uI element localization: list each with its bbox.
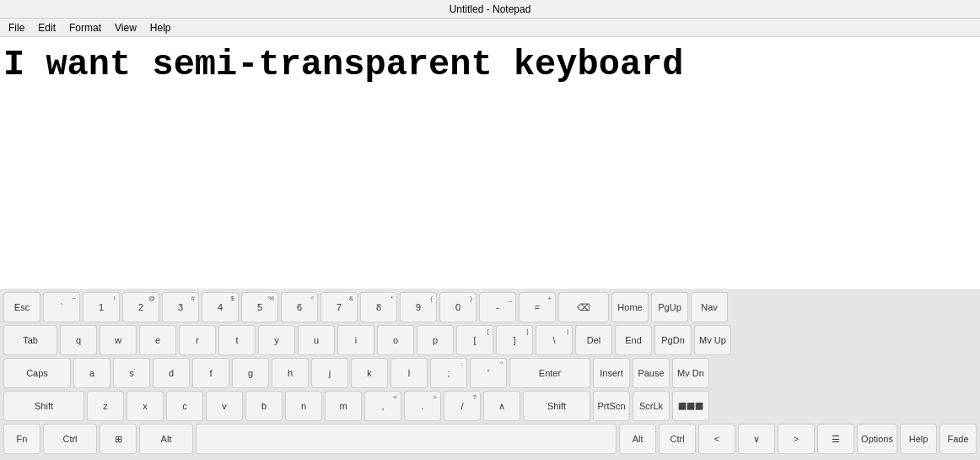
key-rbracket[interactable]: }]: [496, 325, 533, 355]
key-mv-dn[interactable]: Mv Dn: [672, 358, 709, 388]
key-down-arrow[interactable]: ∨: [738, 424, 775, 454]
key-3[interactable]: #3: [162, 292, 199, 322]
key-rctrl[interactable]: Ctrl: [659, 424, 696, 454]
key-backslash[interactable]: |\: [536, 325, 573, 355]
key-pause[interactable]: Pause: [633, 358, 670, 388]
key-s[interactable]: s: [113, 358, 150, 388]
key-equals[interactable]: +=: [519, 292, 556, 322]
key-right-arrow[interactable]: >: [778, 424, 815, 454]
keyboard-row-0: Esc ~` !1 @2 #3 $4 %5 ^6 &7 *8 (9 )0 _- …: [3, 292, 977, 322]
key-0[interactable]: )0: [439, 292, 477, 322]
key-del[interactable]: Del: [575, 325, 612, 355]
key-o[interactable]: o: [377, 325, 414, 355]
key-left-arrow[interactable]: <: [698, 424, 735, 454]
menu-help[interactable]: Help: [143, 20, 178, 35]
key-quote[interactable]: "': [470, 358, 507, 388]
key-mv-up[interactable]: Mv Up: [694, 325, 731, 355]
key-comma[interactable]: <,: [364, 391, 401, 421]
menu-format[interactable]: Format: [62, 20, 108, 35]
key-r[interactable]: r: [179, 325, 216, 355]
key-insert[interactable]: Insert: [593, 358, 630, 388]
key-lalt[interactable]: Alt: [139, 424, 193, 454]
key-g[interactable]: g: [232, 358, 269, 388]
key-i[interactable]: i: [337, 325, 374, 355]
key-z[interactable]: z: [87, 391, 124, 421]
key-space[interactable]: [196, 424, 617, 454]
key-lshift[interactable]: Shift: [3, 391, 84, 421]
key-6[interactable]: ^6: [281, 292, 318, 322]
key-nav[interactable]: Nav: [691, 292, 728, 322]
key-l[interactable]: l: [390, 358, 428, 388]
key-t[interactable]: t: [218, 325, 256, 355]
key-x[interactable]: x: [127, 391, 164, 421]
menu-bar: File Edit Format View Help: [0, 19, 980, 37]
key-v[interactable]: v: [206, 391, 243, 421]
key-h[interactable]: h: [272, 358, 309, 388]
key-4[interactable]: $4: [202, 292, 239, 322]
key-8[interactable]: *8: [360, 292, 397, 322]
key-a[interactable]: a: [73, 358, 110, 388]
key-extra[interactable]: ⬛⬛⬛: [672, 391, 709, 421]
key-2[interactable]: @2: [122, 292, 159, 322]
key-minus[interactable]: _-: [479, 292, 516, 322]
keyboard-row-1: Tab q w e r t y u i o p {[ }] |\ Del End…: [3, 325, 977, 355]
key-prtscn[interactable]: PrtScn: [593, 391, 630, 421]
key-slash[interactable]: ?/: [444, 391, 481, 421]
key-fade[interactable]: Fade: [940, 424, 977, 454]
title-bar: Untitled - Notepad: [0, 0, 980, 19]
key-rshift[interactable]: Shift: [523, 391, 590, 421]
window-title: Untitled - Notepad: [450, 3, 531, 15]
key-n[interactable]: n: [285, 391, 322, 421]
key-enter[interactable]: Enter: [509, 358, 590, 388]
key-win[interactable]: ⊞: [100, 424, 137, 454]
key-e[interactable]: e: [139, 325, 176, 355]
menu-edit[interactable]: Edit: [31, 20, 62, 35]
key-5[interactable]: %5: [241, 292, 278, 322]
key-caps[interactable]: Caps: [3, 358, 71, 388]
key-ralt[interactable]: Alt: [619, 424, 656, 454]
key-esc[interactable]: Esc: [3, 292, 40, 322]
key-pgup[interactable]: PgUp: [651, 292, 688, 322]
key-lbracket[interactable]: {[: [456, 325, 493, 355]
key-period[interactable]: >.: [404, 391, 441, 421]
key-menu[interactable]: ☰: [817, 424, 854, 454]
key-d[interactable]: d: [153, 358, 190, 388]
key-backspace[interactable]: ⌫: [558, 292, 609, 322]
key-f[interactable]: f: [192, 358, 229, 388]
key-fn[interactable]: Fn: [3, 424, 40, 454]
keyboard-overlay: Esc ~` !1 @2 #3 $4 %5 ^6 &7 *8 (9 )0 _- …: [0, 289, 980, 460]
key-q[interactable]: q: [60, 325, 97, 355]
menu-file[interactable]: File: [2, 20, 31, 35]
key-c[interactable]: c: [166, 391, 203, 421]
keyboard-row-2: Caps a s d f g h j k l :; "' Enter Inser…: [3, 358, 977, 388]
key-tab[interactable]: Tab: [3, 325, 57, 355]
key-up-arrow[interactable]: ∧: [483, 391, 520, 421]
menu-view[interactable]: View: [108, 20, 143, 35]
key-u[interactable]: u: [298, 325, 335, 355]
editor-text[interactable]: I want semi-transparent keyboard: [0, 37, 980, 93]
key-9[interactable]: (9: [400, 292, 437, 322]
key-semicolon[interactable]: :;: [430, 358, 467, 388]
key-pgdn[interactable]: PgDn: [654, 325, 692, 355]
key-help[interactable]: Help: [900, 424, 937, 454]
key-k[interactable]: k: [351, 358, 388, 388]
key-options[interactable]: Options: [857, 424, 897, 454]
key-1[interactable]: !1: [83, 292, 120, 322]
key-w[interactable]: w: [100, 325, 137, 355]
key-home[interactable]: Home: [611, 292, 649, 322]
key-lctrl[interactable]: Ctrl: [43, 424, 97, 454]
key-7[interactable]: &7: [320, 292, 358, 322]
key-end[interactable]: End: [615, 325, 652, 355]
key-j[interactable]: j: [311, 358, 348, 388]
key-backtick[interactable]: ~`: [43, 292, 80, 322]
key-b[interactable]: b: [245, 391, 283, 421]
content-area[interactable]: I want semi-transparent keyboard Esc ~` …: [0, 37, 980, 460]
keyboard-row-3: Shift z x c v b n m <, >. ?/ ∧ Shift Prt…: [3, 391, 977, 421]
key-p[interactable]: p: [417, 325, 454, 355]
keyboard-row-4: Fn Ctrl ⊞ Alt Alt Ctrl < ∨ > ☰ Options H…: [3, 424, 977, 454]
key-scrlk[interactable]: ScrLk: [633, 391, 670, 421]
key-m[interactable]: m: [325, 391, 362, 421]
key-y[interactable]: y: [258, 325, 295, 355]
